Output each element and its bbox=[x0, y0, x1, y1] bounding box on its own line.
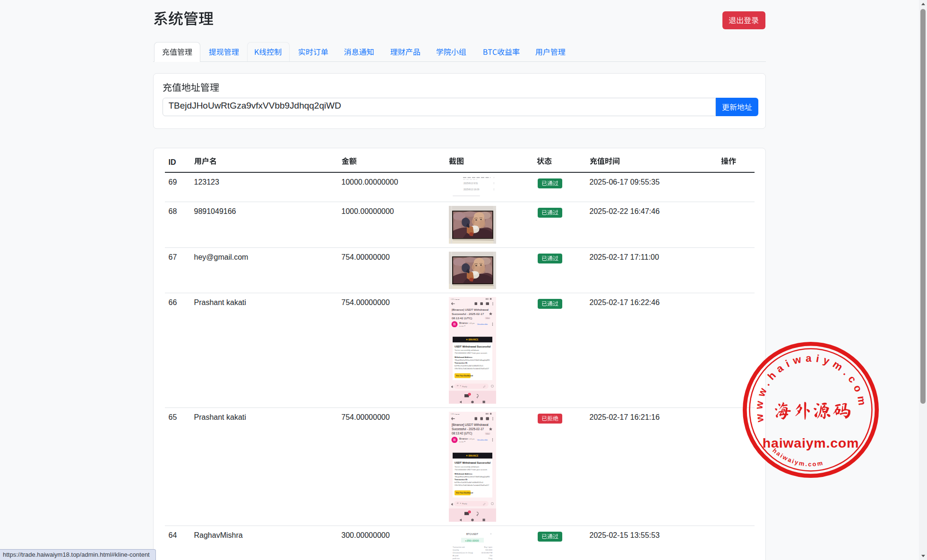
svg-text:haiwaiym.com: haiwaiym.com bbox=[763, 435, 859, 450]
svg-text:www.haiwaiym.com: www.haiwaiym.com bbox=[753, 352, 869, 423]
